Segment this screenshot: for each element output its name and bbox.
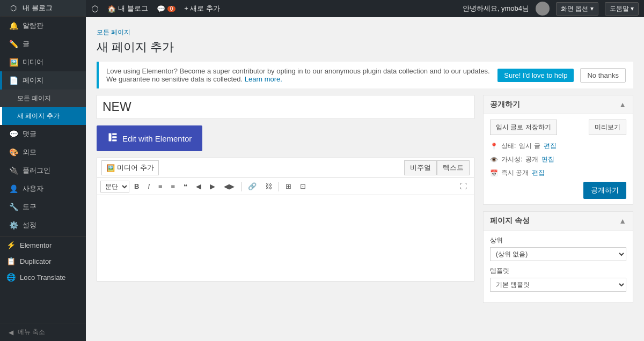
blog-link[interactable]: 🏠 내 블로그	[107, 4, 148, 13]
toolbar-divider	[241, 182, 241, 191]
tab-text[interactable]: 텍스트	[437, 160, 470, 175]
publish-widget-body: 임시 글로 저장하기 미리보기 📍 상태: 임시 글 편집 👁️	[484, 114, 633, 204]
content-area: 모든 페이지 새 페이지 추가 Love using Elementor? Be…	[86, 17, 644, 341]
page-attributes-widget: 페이지 속성 ▲ 상위 (상위 없음) 템플릿 기본 템플릿	[483, 211, 633, 303]
sidebar-item-add-page[interactable]: 새 페이지 추가	[0, 107, 86, 125]
sidebar: ⬡ 내 블로그 🔔 알람판 ✏️ 글 🖼️ 미디어 📄 페이지 모든 페이지 새…	[0, 0, 86, 341]
sidebar-item-menu-collapse[interactable]: ◀ 메뉴 축소	[0, 323, 86, 341]
breadcrumb-link[interactable]: 모든 페이지	[97, 28, 130, 36]
elementor-notice: Love using Elementor? Become a super con…	[97, 62, 633, 88]
posts-icon: ✏️	[9, 40, 18, 48]
content-row: Edit with Elementor 🖼️ 미디어 추가 비주얼 텍스트	[97, 95, 633, 303]
wp-icon: ⬡	[91, 4, 99, 14]
sidebar-item-all-pages[interactable]: 모든 페이지	[0, 90, 86, 107]
blog-label: 내 블로그	[118, 4, 148, 13]
sidebar-item-appearance[interactable]: 🎨 외모	[0, 143, 86, 161]
svg-rect-0	[109, 134, 112, 142]
unlink-button[interactable]: ⛓	[261, 180, 276, 192]
sidebar-pages-label: 페이지	[23, 76, 43, 85]
sidebar-item-alarm[interactable]: 🔔 알람판	[0, 17, 86, 35]
user-greeting: 안녕하세요, ymob4님	[463, 4, 529, 13]
align-right-button[interactable]: ◀▶	[220, 180, 238, 192]
blockquote-button[interactable]: ❝	[180, 180, 191, 192]
elementor-label: Elementor	[20, 241, 52, 249]
unordered-list-button[interactable]: ≡	[155, 180, 166, 192]
sidebar-item-comments[interactable]: 💬 댓글	[0, 125, 86, 143]
notice-confirm-button[interactable]: Sure! I'd love to help	[497, 69, 574, 82]
ordered-list-button[interactable]: ≡	[167, 180, 179, 192]
insert-table-button[interactable]: ⊞	[282, 180, 295, 192]
save-draft-button[interactable]: 임시 글로 저장하기	[490, 120, 557, 135]
status-edit-link[interactable]: 편집	[544, 142, 557, 151]
sidebar-item-users[interactable]: 👤 사용자	[0, 180, 86, 198]
sidebar-item-tools[interactable]: 🔧 도구	[0, 198, 86, 216]
align-left-button[interactable]: ◀	[192, 180, 205, 192]
comment-link[interactable]: 💬 0	[157, 5, 176, 13]
visibility-icon: 👁️	[490, 156, 498, 164]
publish-time-edit-link[interactable]: 편집	[532, 168, 545, 177]
preview-button[interactable]: 미리보기	[589, 120, 626, 135]
editor-top-bar: 🖼️ 미디어 추가 비주얼 텍스트	[97, 158, 474, 178]
page-title-input[interactable]	[97, 95, 474, 119]
insert-readmore-button[interactable]: ⊡	[296, 180, 310, 192]
publish-widget-header: 공개하기 ▲	[484, 95, 633, 114]
sidebar-alarm-label: 알람판	[23, 21, 43, 31]
sidebar-item-elementor[interactable]: ⚡ Elementor	[0, 237, 86, 253]
editor-content[interactable]	[97, 195, 474, 281]
parent-select[interactable]: (상위 없음)	[490, 247, 626, 261]
sidebar-posts-label: 글	[23, 39, 30, 49]
italic-button[interactable]: I	[144, 180, 153, 192]
alarm-icon: 🔔	[9, 21, 18, 30]
pages-icon: 📄	[9, 76, 18, 85]
settings-icon: ⚙️	[9, 221, 18, 229]
page-attributes-arrow[interactable]: ▲	[619, 217, 626, 225]
publish-widget: 공개하기 ▲ 임시 글로 저장하기 미리보기 📍 상태: 임시 글	[483, 95, 633, 205]
help-arrow: ▾	[631, 5, 634, 12]
sidebar-item-media[interactable]: 🖼️ 미디어	[0, 53, 86, 71]
new-add-btn[interactable]: + 새로 추가	[184, 4, 220, 13]
add-page-label: 새 페이지 추가	[17, 112, 60, 121]
svg-rect-2	[112, 136, 116, 138]
edit-with-elementor-button[interactable]: Edit with Elementor	[97, 125, 202, 151]
wp-logo-icon: ⬡	[9, 4, 18, 12]
notice-text: Love using Elementor? Become a super con…	[106, 67, 491, 83]
sidebar-home-label: 내 블로그	[23, 3, 53, 13]
sidebar-item-plugins[interactable]: 🔌 플러그인	[0, 161, 86, 180]
toolbar-divider-2	[279, 182, 279, 191]
fullscreen-button[interactable]: ⛶	[456, 180, 471, 192]
comment-count: 0	[167, 6, 176, 12]
align-center-button[interactable]: ▶	[206, 180, 219, 192]
link-button[interactable]: 🔗	[244, 180, 260, 192]
bold-button[interactable]: B	[130, 180, 143, 192]
top-bar-right: 안녕하세요, ymob4님 화면 옵션 ▾ 도움말 ▾	[463, 2, 639, 16]
sidebar-item-posts[interactable]: ✏️ 글	[0, 35, 86, 53]
comments-icon: 💬	[9, 130, 18, 138]
tab-visual[interactable]: 비주얼	[404, 160, 437, 175]
notice-dismiss-button[interactable]: No thanks	[580, 68, 626, 83]
editor-box: 🖼️ 미디어 추가 비주얼 텍스트 문단	[97, 158, 474, 281]
publish-button[interactable]: 공개하기	[583, 182, 626, 199]
sidebar-item-settings[interactable]: ⚙️ 설정	[0, 216, 86, 234]
parent-label: 상위	[490, 236, 626, 245]
sidebar-item-duplicator[interactable]: 📋 Duplicator	[0, 253, 86, 269]
sidebar-item-loco-translate[interactable]: 🌐 Loco Translate	[0, 269, 86, 285]
visibility-edit-link[interactable]: 편집	[541, 155, 554, 164]
sidebar-widgets: 공개하기 ▲ 임시 글로 저장하기 미리보기 📍 상태: 임시 글	[483, 95, 633, 303]
publish-widget-title: 공개하기	[490, 100, 520, 109]
sidebar-item-pages[interactable]: 📄 페이지	[0, 71, 86, 90]
sidebar-settings-label: 설정	[23, 220, 36, 230]
publish-time: 📅 즉시 공개 편집	[490, 168, 626, 177]
template-select[interactable]: 기본 템플릿	[490, 278, 626, 292]
collapse-icon: ◀	[9, 329, 13, 336]
sidebar-item-home[interactable]: ⬡ 내 블로그	[0, 0, 86, 17]
format-select[interactable]: 문단	[100, 181, 129, 192]
users-icon: 👤	[9, 184, 18, 193]
add-media-button[interactable]: 🖼️ 미디어 추가	[101, 160, 159, 175]
help-button[interactable]: 도움말 ▾	[605, 2, 639, 16]
publish-widget-arrow[interactable]: ▲	[619, 100, 626, 109]
media-icon-btn: 🖼️	[106, 164, 115, 172]
notice-learn-more[interactable]: Learn more.	[245, 75, 282, 83]
sidebar-appearance-label: 외모	[23, 147, 36, 157]
screen-options-button[interactable]: 화면 옵션 ▾	[556, 2, 598, 16]
tools-icon: 🔧	[9, 203, 18, 211]
